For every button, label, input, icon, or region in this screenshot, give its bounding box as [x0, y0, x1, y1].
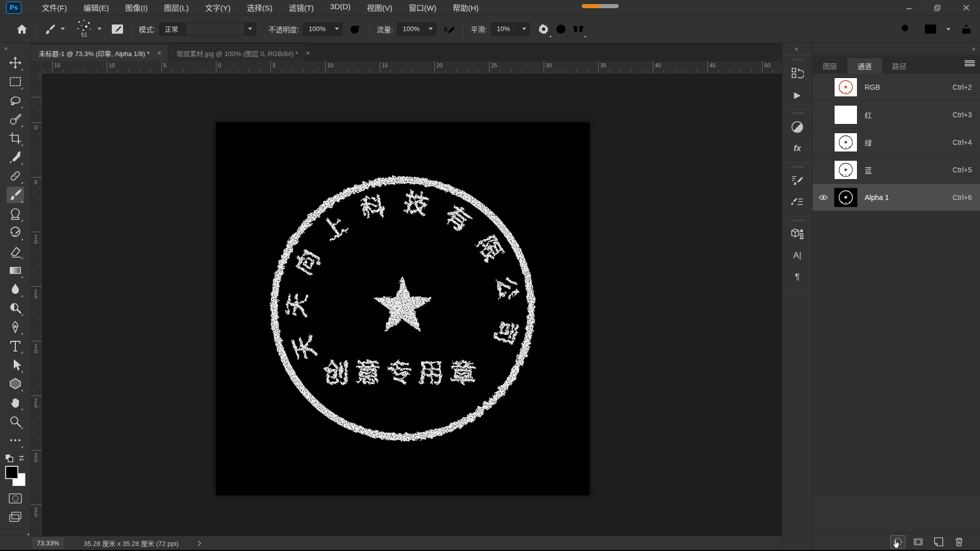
path-selection-tool[interactable] [7, 357, 24, 373]
brush-preview-chevron-icon[interactable] [97, 28, 102, 30]
character-panel-button[interactable]: A| [788, 246, 806, 265]
canvas[interactable]: 天天向上科技有限公司 创意专用章 [216, 122, 590, 495]
channel-thumbnail[interactable]: ★ [834, 133, 857, 152]
pen-tool[interactable] [7, 319, 24, 335]
channel-thumbnail[interactable] [834, 105, 857, 124]
search-button[interactable] [897, 20, 915, 38]
channel-row-red[interactable]: 红 Ctrl+3 [813, 101, 980, 129]
tab-paths[interactable]: 路径 [882, 58, 917, 73]
minimize-button[interactable] [894, 0, 923, 15]
hand-tool[interactable] [7, 394, 24, 411]
quick-mask-mode-button[interactable] [7, 491, 24, 506]
screen-mode-button[interactable] [7, 510, 24, 524]
document-size-info[interactable]: 35.28 厘米 x 35.28 厘米 (72 ppi) [84, 538, 179, 548]
brush-preview-button[interactable]: 51 [73, 19, 95, 39]
home-button[interactable] [13, 20, 31, 38]
flow-dropdown[interactable]: 100% [397, 22, 436, 36]
styles-panel-button[interactable]: fx [788, 139, 806, 158]
brush-settings-panel-button[interactable] [788, 171, 806, 190]
eraser-tool[interactable] [7, 243, 24, 260]
menu-filter[interactable]: 滤镜(T) [283, 0, 320, 15]
adjustments-panel-button[interactable] [788, 118, 806, 136]
restore-button[interactable] [923, 0, 951, 15]
horizontal-ruler[interactable]: 15 10 5 0 5 10 15 20 25 30 35 40 45 50 [42, 61, 782, 73]
status-options-chevron-icon[interactable] [195, 540, 201, 546]
pressure-size-button[interactable] [552, 20, 570, 38]
gradient-tool[interactable] [7, 262, 24, 279]
smoothing-options-button[interactable] [535, 20, 552, 38]
new-channel-button[interactable] [931, 535, 946, 548]
3d-panel-button[interactable] [788, 225, 806, 243]
visibility-toggle[interactable] [813, 84, 834, 90]
canvas-viewport[interactable]: 天天向上科技有限公司 创意专用章 [42, 73, 782, 536]
swap-colors-button[interactable] [16, 454, 27, 463]
actions-panel-button[interactable]: ▶ [788, 86, 806, 104]
delete-channel-button[interactable] [951, 535, 967, 548]
visibility-toggle[interactable] [813, 166, 834, 173]
channel-row-alpha1[interactable]: ★ Alpha 1 Ctrl+6 [813, 184, 980, 211]
opacity-dropdown[interactable]: 100% [303, 22, 342, 36]
blend-mode-dropdown[interactable]: 正常 [159, 22, 256, 36]
menu-file[interactable]: 文件(F) [36, 0, 73, 15]
menu-type[interactable]: 文字(Y) [199, 0, 237, 15]
crop-tool[interactable] [7, 130, 24, 146]
paragraph-panel-button[interactable]: ¶ [788, 268, 806, 286]
visibility-toggle[interactable] [813, 194, 834, 201]
channel-thumbnail[interactable]: ★ [834, 160, 857, 180]
visibility-toggle[interactable] [813, 139, 834, 145]
move-tool[interactable] [7, 55, 24, 71]
menu-image[interactable]: 图像(I) [119, 0, 154, 15]
document-tab-material[interactable]: 斑驳素材.jpg @ 100% (图层 0, RGB/8#) * × [168, 45, 306, 61]
channel-row-green[interactable]: ★ 绿 Ctrl+4 [813, 129, 980, 156]
foreground-color-swatch[interactable] [5, 466, 18, 479]
close-tab-icon[interactable]: × [304, 49, 311, 57]
edit-toolbar-button[interactable] [7, 432, 24, 448]
menu-layer[interactable]: 图层(L) [158, 0, 194, 15]
clone-stamp-tool[interactable] [7, 206, 24, 222]
workspace-chevron-icon[interactable] [946, 28, 950, 31]
brush-tool[interactable] [7, 187, 24, 203]
zoom-tool[interactable] [7, 413, 24, 430]
dodge-tool[interactable] [7, 300, 24, 316]
save-selection-as-channel-button[interactable] [911, 535, 926, 548]
load-channel-as-selection-button[interactable] [890, 535, 905, 548]
collapse-dock-button[interactable]: » [972, 45, 975, 53]
blur-tool[interactable] [7, 281, 24, 297]
history-panel-button[interactable] [788, 64, 806, 83]
workspace-switcher-button[interactable] [922, 20, 939, 38]
channel-row-blue[interactable]: ★ 蓝 Ctrl+5 [813, 156, 980, 184]
document-tab-untitled[interactable]: 未标题-1 @ 73.3% (印章, Alpha 1/8) * × [31, 45, 168, 61]
default-colors-button[interactable] [4, 454, 14, 463]
eyedropper-tool[interactable] [7, 149, 24, 165]
smoothing-dropdown[interactable]: 10% [491, 22, 530, 36]
channel-thumbnail[interactable]: ★ [834, 78, 857, 97]
menu-help[interactable]: 帮助(H) [447, 0, 485, 15]
channel-thumbnail[interactable]: ★ [834, 188, 857, 207]
panel-group-grip[interactable] [792, 219, 803, 221]
share-button[interactable] [958, 20, 975, 38]
rectangular-marquee-tool[interactable] [7, 73, 24, 90]
shape-tool[interactable] [7, 375, 24, 392]
expand-panels-button[interactable]: « [782, 43, 812, 55]
pressure-opacity-button[interactable] [347, 20, 364, 38]
toolbar-collapse-button[interactable]: » [4, 45, 7, 52]
menu-edit[interactable]: 编辑(E) [77, 0, 115, 15]
toggle-brush-settings-button[interactable] [109, 20, 126, 38]
panel-group-grip[interactable] [792, 59, 803, 61]
close-tab-icon[interactable]: × [156, 49, 163, 57]
history-brush-tool[interactable] [7, 224, 24, 241]
vertical-ruler[interactable]: 0 5 10 15 20 25 30 35 [31, 73, 42, 536]
close-button[interactable] [951, 0, 980, 15]
channel-row-rgb[interactable]: ★ RGB Ctrl+2 [813, 73, 980, 101]
menu-3d[interactable]: 3D(D) [324, 0, 357, 15]
type-tool[interactable] [7, 338, 24, 354]
menu-select[interactable]: 选择(S) [241, 0, 279, 15]
tab-channels[interactable]: 通道 [847, 58, 882, 73]
menu-window[interactable]: 窗口(W) [403, 0, 443, 15]
panel-group-grip[interactable] [792, 112, 803, 114]
spot-healing-brush-tool[interactable] [7, 168, 24, 184]
panel-group-grip[interactable] [792, 166, 803, 168]
ruler-corner[interactable] [31, 61, 42, 73]
brush-preset-chevron-icon[interactable] [61, 28, 65, 30]
visibility-toggle[interactable] [813, 111, 834, 118]
